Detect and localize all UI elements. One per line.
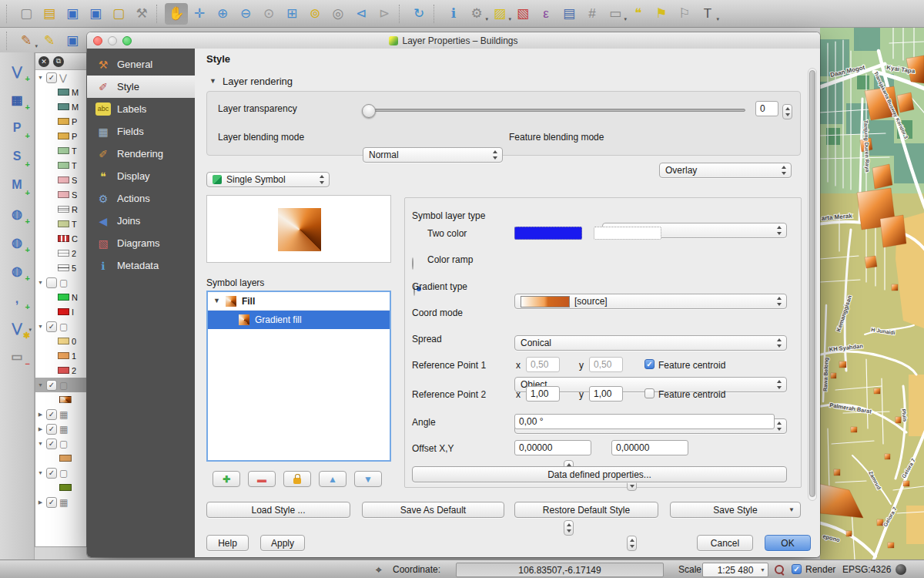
collapse-triangle-icon[interactable]: ▼: [209, 78, 216, 85]
ref2-y-field[interactable]: 1,00: [589, 386, 623, 402]
toolbar-button[interactable]: ▣: [84, 3, 107, 25]
expand-triangle-icon[interactable]: ▼: [37, 75, 44, 80]
layer-row[interactable]: ▼ ✓ ▢: [35, 465, 86, 480]
help-button[interactable]: Help: [206, 535, 249, 551]
toolbar-button[interactable]: ⋁ ✱ ▾: [6, 318, 28, 337]
move-up-button[interactable]: ▲: [319, 471, 346, 487]
layer-row[interactable]: ▼ ✓ ▢: [35, 378, 86, 392]
layer-row[interactable]: ▼ ▢: [35, 275, 86, 290]
save-style-button[interactable]: Save Style ▼: [670, 502, 801, 518]
ref2-y-stepper[interactable]: [627, 536, 637, 551]
projection-globe-icon[interactable]: [896, 564, 906, 575]
scrollbar-thumb[interactable]: [809, 70, 815, 497]
layer-visibility-checkbox[interactable]: ✓: [46, 497, 57, 508]
toolbar-button[interactable]: #: [581, 3, 604, 25]
layer-row[interactable]: P: [35, 129, 86, 143]
toolbar-button[interactable]: ⊙: [257, 3, 280, 25]
layer-row[interactable]: R: [35, 202, 86, 217]
minimize-window-button[interactable]: [108, 36, 117, 45]
layer-row[interactable]: C: [35, 231, 86, 246]
layer-row[interactable]: [35, 392, 86, 407]
scale-combobox[interactable]: 1:25 480 ▼: [702, 563, 768, 577]
expand-triangle-icon[interactable]: ▶: [37, 412, 44, 418]
angle-field[interactable]: 0,00 °: [514, 414, 775, 429]
dialog-titlebar[interactable]: Layer Properties – Buildings: [87, 32, 820, 49]
toolbar-button[interactable]: , +: [6, 290, 28, 308]
restore-default-style-button[interactable]: Restore Default Style: [514, 502, 658, 518]
ref1-x-field[interactable]: 0,50: [526, 357, 560, 372]
move-down-button[interactable]: ▼: [354, 471, 382, 487]
ref1-y-field[interactable]: 0,50: [589, 357, 623, 372]
toolbar-button[interactable]: ▭ ▾: [604, 3, 627, 25]
data-defined-properties-button[interactable]: Data defined properties...: [412, 466, 787, 482]
layer-row[interactable]: I: [35, 304, 86, 319]
toolbar-button[interactable]: ε: [534, 3, 557, 25]
toolbar-button[interactable]: ⊖: [234, 3, 257, 25]
layer-row[interactable]: 2: [35, 246, 86, 260]
ref2-x-field[interactable]: 1,00: [526, 386, 560, 402]
color1-button[interactable]: [514, 227, 582, 240]
layer-row[interactable]: T: [35, 143, 86, 158]
expand-triangle-icon[interactable]: ▼: [37, 441, 44, 446]
toolbar-button[interactable]: ✛: [188, 3, 211, 25]
layer-row[interactable]: ▶ ✓ ▦: [35, 422, 86, 436]
map-canvas[interactable]: Daan Mogot Kyai Tapa Transjakarta Busway…: [820, 28, 924, 560]
toolbar-button[interactable]: ▤: [557, 3, 581, 25]
collapse-triangle-icon[interactable]: ▼: [213, 297, 220, 304]
cancel-button[interactable]: Cancel: [697, 535, 753, 551]
layer-visibility-checkbox[interactable]: ✓: [46, 468, 57, 479]
expand-triangle-icon[interactable]: ▼: [37, 324, 44, 329]
ref1-centroid-checkbox[interactable]: [644, 359, 654, 369]
layer-row[interactable]: P: [35, 114, 86, 129]
toolbar-button[interactable]: ℹ: [442, 3, 465, 25]
dialog-scrollbar[interactable]: [808, 68, 817, 501]
toolbar-button[interactable]: T ▾: [696, 3, 719, 25]
remove-symbol-layer-button[interactable]: ▬: [248, 471, 276, 487]
offset-x-field[interactable]: 0,00000: [514, 440, 591, 455]
dialog-tab[interactable]: ▧ Diagrams: [87, 232, 195, 254]
dialog-tab[interactable]: ✐ Rendering: [87, 143, 195, 165]
layer-visibility-checkbox[interactable]: ✓: [46, 439, 57, 449]
layer-row[interactable]: S: [35, 187, 86, 202]
save-as-default-button[interactable]: Save As Default: [362, 502, 504, 518]
epsg-label[interactable]: EPSG:4326: [842, 564, 891, 575]
dialog-tab[interactable]: ⚒ General: [87, 53, 195, 76]
toolbar-button[interactable]: ◎: [326, 3, 350, 25]
toolbar-button[interactable]: ⊕: [211, 3, 234, 25]
extent-tracking-icon[interactable]: ⌖: [376, 563, 382, 576]
toolbar-button[interactable]: ▢: [107, 3, 130, 25]
transparency-stepper[interactable]: [782, 104, 792, 119]
toolbar-button[interactable]: ▦ +: [6, 90, 28, 109]
close-icon[interactable]: ✕: [38, 56, 49, 67]
dialog-tab[interactable]: ◀ Joins: [87, 210, 195, 232]
close-window-button[interactable]: [93, 36, 102, 45]
toolbar-button[interactable]: ▣: [61, 3, 84, 25]
expand-triangle-icon[interactable]: ▼: [37, 280, 44, 285]
toolbar-button[interactable]: ▢: [15, 3, 38, 25]
toolbar-button[interactable]: ▣: [61, 30, 84, 52]
toolbar-button[interactable]: ◍ +: [6, 204, 28, 223]
toolbar-button[interactable]: ▨ ▾: [488, 3, 511, 25]
two-color-radio[interactable]: [412, 257, 413, 270]
ok-button[interactable]: OK: [765, 535, 811, 551]
toolbar-button[interactable]: ✎ ▾: [15, 30, 38, 52]
dialog-tab[interactable]: ❝ Display: [87, 165, 195, 187]
ref2-centroid-checkbox[interactable]: [644, 388, 654, 398]
symbol-layer-row-selected[interactable]: Gradient fill: [208, 311, 390, 329]
toolbar-button[interactable]: ⚒: [130, 3, 153, 25]
layer-row[interactable]: ▶ ✓ ▦: [35, 407, 86, 422]
render-checkbox[interactable]: [792, 564, 802, 574]
layer-row[interactable]: 1: [35, 348, 86, 363]
expand-triangle-icon[interactable]: ▼: [37, 470, 44, 476]
dialog-tab[interactable]: ▦ Fields: [87, 120, 195, 143]
toolbar-button[interactable]: ◍ +: [6, 261, 28, 280]
layer-rendering-header[interactable]: Layer rendering: [223, 76, 293, 87]
layer-visibility-checkbox[interactable]: ✓: [46, 72, 57, 83]
magnifier-icon[interactable]: [775, 565, 784, 574]
expand-triangle-icon[interactable]: ▶: [37, 426, 44, 432]
layer-visibility-checkbox[interactable]: ✓: [46, 380, 57, 391]
layer-row[interactable]: ▼ ✓ ▢: [35, 319, 86, 334]
color-ramp-dropdown[interactable]: [source]: [514, 294, 787, 309]
layer-visibility-checkbox[interactable]: ✓: [46, 409, 57, 420]
add-symbol-layer-button[interactable]: ✚: [213, 471, 240, 487]
